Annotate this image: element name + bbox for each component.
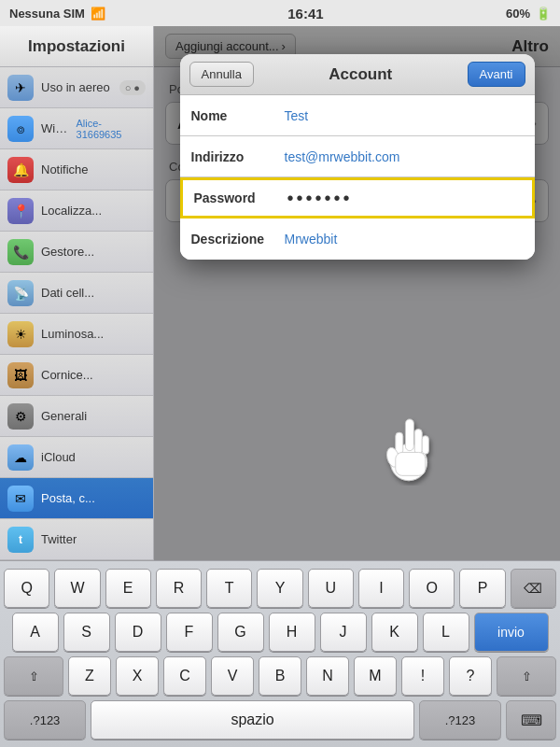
item-label-posta: Posta, c... xyxy=(41,491,95,505)
svg-rect-6 xyxy=(395,452,425,475)
key-a[interactable]: A xyxy=(12,613,59,652)
key-r[interactable]: R xyxy=(156,569,202,608)
frame-icon: 🖼 xyxy=(7,362,34,388)
key-exclaim[interactable]: ! xyxy=(401,656,444,696)
dialog-title: Account xyxy=(329,65,392,84)
sidebar-item-localizza[interactable]: 📍 Localizza... xyxy=(0,190,153,232)
key-w[interactable]: W xyxy=(54,569,100,608)
item-label-twitter: Twitter xyxy=(41,532,77,546)
form-row-descrizione[interactable]: Descrizione Mrwebbit xyxy=(180,218,535,260)
key-y[interactable]: Y xyxy=(257,569,302,608)
key-x[interactable]: X xyxy=(116,656,159,696)
descrizione-label: Descrizione xyxy=(191,232,275,247)
key-c[interactable]: C xyxy=(163,656,206,696)
battery-label: 60% xyxy=(506,7,530,21)
data-icon: 📡 xyxy=(7,280,34,306)
next-button[interactable]: Avanti xyxy=(468,62,525,87)
key-q[interactable]: Q xyxy=(4,569,49,608)
key-numbers-left[interactable]: .?123 xyxy=(4,700,86,740)
key-shift[interactable]: ⇧ xyxy=(4,656,63,696)
sidebar-item-twitter[interactable]: t Twitter xyxy=(0,519,153,560)
carrier-label: Nessuna SIM xyxy=(9,7,85,21)
sidebar-item-wifi[interactable]: ⌾ Wi-Fi Alice-31669635 xyxy=(0,108,153,149)
keyboard: Q W E R T Y U I O P ⌫ A S D F G H J K L … xyxy=(0,560,560,747)
key-o[interactable]: O xyxy=(409,569,455,608)
status-bar: Nessuna SIM 📶 16:41 60% 🔋 xyxy=(0,0,560,26)
keyboard-row-4: .?123 spazio .?123 ⌨ xyxy=(4,700,556,740)
phone-icon: 📞 xyxy=(7,239,34,265)
form-row-nome[interactable]: Nome Test xyxy=(180,95,535,136)
key-k[interactable]: K xyxy=(371,613,418,652)
account-dialog: Annulla Account Avanti Nome Test Indiriz… xyxy=(180,54,535,260)
keyboard-row-2: A S D F G H J K L invio xyxy=(4,613,556,652)
dialog-overlay: Annulla Account Avanti Nome Test Indiriz… xyxy=(154,26,560,560)
sidebar-item-luminosita[interactable]: ☀ Luminosa... xyxy=(0,314,153,355)
sidebar-item-gestore[interactable]: 📞 Gestore... xyxy=(0,232,153,273)
key-h[interactable]: H xyxy=(269,613,315,652)
item-label-cornice: Cornice... xyxy=(41,368,93,382)
cancel-button[interactable]: Annulla xyxy=(189,62,254,87)
form-row-indirizzo[interactable]: Indirizzo test@mrwebbit.com xyxy=(180,136,535,177)
status-right: 60% 🔋 xyxy=(506,7,551,21)
key-j[interactable]: J xyxy=(320,613,367,652)
key-backspace[interactable]: ⌫ xyxy=(511,569,556,608)
key-d[interactable]: D xyxy=(115,613,161,652)
key-numbers-right[interactable]: .?123 xyxy=(419,700,501,740)
password-label: Password xyxy=(194,190,278,205)
indirizzo-label: Indirizzo xyxy=(191,149,275,164)
key-space[interactable]: spazio xyxy=(91,700,414,740)
sidebar-title: Impostazioni xyxy=(28,37,125,56)
general-icon: ⚙ xyxy=(7,403,34,430)
svg-rect-3 xyxy=(395,432,402,454)
sidebar-item-notifiche[interactable]: 🔔 Notifiche xyxy=(0,149,153,190)
key-return[interactable]: invio xyxy=(474,613,549,652)
svg-rect-2 xyxy=(414,430,422,455)
item-label-luminosita: Luminosa... xyxy=(41,327,104,341)
item-label-gestore: Gestore... xyxy=(41,245,94,259)
sidebar-item-posta[interactable]: ✉ Posta, c... xyxy=(0,478,153,519)
form-row-password[interactable]: Password ••••••• xyxy=(180,177,535,218)
key-n[interactable]: N xyxy=(306,656,349,696)
key-g[interactable]: G xyxy=(217,613,264,652)
key-p[interactable]: P xyxy=(459,569,505,608)
sidebar-item-generali[interactable]: ⚙ Generali xyxy=(0,396,153,437)
item-label-icloud: iCloud xyxy=(41,450,76,464)
key-question[interactable]: ? xyxy=(449,656,492,696)
wifi-detail: Alice-31669635 xyxy=(77,118,146,140)
twitter-icon: t xyxy=(7,527,34,553)
dialog-header: Annulla Account Avanti xyxy=(180,54,535,95)
key-u[interactable]: U xyxy=(308,569,354,608)
sidebar-header: Impostazioni xyxy=(0,26,153,67)
sidebar: Impostazioni ✈ Uso in aereo ○ ● ⌾ Wi-Fi … xyxy=(0,26,154,560)
password-value: ••••••• xyxy=(287,188,521,209)
status-left: Nessuna SIM 📶 xyxy=(9,7,105,21)
key-z[interactable]: Z xyxy=(68,656,111,696)
sidebar-item-cornice[interactable]: 🖼 Cornice... xyxy=(0,355,153,396)
main-layout: Impostazioni ✈ Uso in aereo ○ ● ⌾ Wi-Fi … xyxy=(0,26,560,560)
key-b[interactable]: B xyxy=(259,656,301,696)
icloud-icon: ☁ xyxy=(7,444,34,471)
key-shift-right[interactable]: ⇧ xyxy=(497,656,556,696)
key-v[interactable]: V xyxy=(211,656,254,696)
airplane-toggle[interactable]: ○ ● xyxy=(119,80,146,95)
key-i[interactable]: I xyxy=(358,569,404,608)
key-keyboard-icon[interactable]: ⌨ xyxy=(506,700,556,740)
key-m[interactable]: M xyxy=(354,656,397,696)
key-s[interactable]: S xyxy=(63,613,110,652)
sidebar-item-dati[interactable]: 📡 Dati cell... xyxy=(0,273,153,314)
key-l[interactable]: L xyxy=(423,613,469,652)
keyboard-row-1: Q W E R T Y U I O P ⌫ xyxy=(4,569,556,608)
svg-point-5 xyxy=(385,446,401,469)
key-t[interactable]: T xyxy=(206,569,252,608)
item-label-dati: Dati cell... xyxy=(41,286,94,300)
sidebar-item-icloud[interactable]: ☁ iCloud xyxy=(0,437,153,478)
key-f[interactable]: F xyxy=(166,613,213,652)
item-label-localizza: Localizza... xyxy=(41,204,102,218)
key-e[interactable]: E xyxy=(105,569,151,608)
svg-point-0 xyxy=(390,444,427,481)
sidebar-item-airplane[interactable]: ✈ Uso in aereo ○ ● xyxy=(0,67,153,108)
svg-rect-4 xyxy=(422,436,428,455)
battery-icon: 🔋 xyxy=(536,7,551,21)
nome-label: Nome xyxy=(191,108,275,123)
keyboard-row-3: ⇧ Z X C V B N M ! ? ⇧ xyxy=(4,656,556,696)
